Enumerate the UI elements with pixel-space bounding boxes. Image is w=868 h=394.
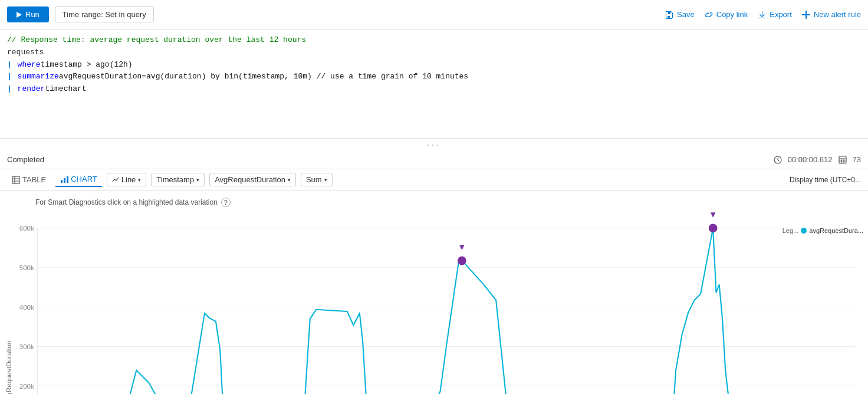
query-comment: // Response time: average request durati… (7, 34, 306, 47)
save-label: Save (677, 10, 695, 19)
query-line2: | where timestamp > ago(12h) (7, 59, 861, 71)
save-icon (665, 10, 674, 19)
time-range-label: Time range: Set in query (63, 10, 146, 19)
sum-label: Sum (306, 175, 322, 184)
chart-area: For Smart Diagnostics click on a highlig… (0, 191, 868, 394)
smart-diag-bar: For Smart Diagnostics click on a highlig… (0, 195, 868, 209)
table-tab[interactable]: TABLE (7, 173, 51, 186)
time-range-button[interactable]: Time range: Set in query (55, 6, 154, 22)
where-keyword: where (18, 59, 41, 71)
sum-dropdown[interactable]: Sum ▾ (301, 173, 333, 186)
display-time: Display time (UTC+0... (790, 176, 861, 184)
line-dropdown[interactable]: Line ▾ (107, 173, 147, 186)
export-label: Export (770, 10, 792, 19)
new-alert-label: New alert rule (814, 10, 861, 19)
status-text: Completed (7, 155, 44, 164)
avg-chevron: ▾ (288, 177, 291, 183)
svg-text:600k: 600k (19, 224, 34, 232)
summarize-rest: avgRequestDuration=avg(duration) by bin(… (59, 71, 468, 83)
toolbar: Run Time range: Set in query Save Copy l… (0, 0, 868, 29)
legend-dot (801, 228, 807, 234)
anomaly-dot-3[interactable] (709, 224, 718, 232)
query-comment-line: // Response time: average request durati… (7, 34, 861, 47)
chart-icon (60, 175, 68, 183)
avg-label: AvgRequestDuration (215, 175, 285, 184)
anomaly-down-arrow-3 (711, 212, 715, 217)
main-content: // Response time: average request durati… (0, 29, 868, 394)
chart-line[interactable] (37, 228, 856, 394)
svg-rect-2 (12, 176, 19, 183)
pipe-2: | (7, 71, 17, 83)
svg-text:300k: 300k (19, 343, 34, 350)
export-icon (757, 10, 767, 19)
anomaly-down-arrow-2 (459, 245, 464, 249)
query-line1: requests (7, 47, 861, 59)
plus-icon (801, 10, 811, 19)
link-icon (704, 10, 714, 19)
table-icon (12, 176, 20, 184)
line-icon (112, 176, 119, 183)
where-rest: timestamp > ago(12h) (41, 59, 133, 71)
resize-handle[interactable]: ··· (0, 139, 868, 150)
line-label: Line (121, 175, 136, 184)
render-keyword: render (18, 83, 45, 96)
render-rest: timechart (45, 83, 86, 96)
svg-text:avgRequestDuration: avgRequestDuration (5, 341, 12, 394)
query-line4: | render timechart (7, 83, 861, 96)
copy-link-label: Copy link (716, 10, 748, 19)
table-tab-label: TABLE (22, 175, 46, 184)
timestamp-label: Timestamp (156, 175, 194, 184)
rows-icon (839, 156, 847, 164)
row-count-value: 73 (853, 155, 861, 164)
sum-chevron: ▾ (324, 177, 327, 183)
copy-link-button[interactable]: Copy link (704, 10, 748, 19)
chart-svg[interactable]: avgRequestDuration 600k 500k 400k 300k 2… (0, 209, 868, 394)
results-bar: Completed 00:00:00.612 73 (0, 150, 868, 169)
query-editor[interactable]: // Response time: average request durati… (0, 29, 868, 139)
results-meta: 00:00:00.612 73 (774, 155, 861, 164)
svg-text:400k: 400k (19, 303, 34, 311)
timestamp-dropdown[interactable]: Timestamp ▾ (151, 173, 205, 186)
save-button[interactable]: Save (665, 10, 695, 19)
smart-diag-text: For Smart Diagnostics click on a highlig… (35, 198, 218, 206)
chart-container[interactable]: Leg... avgRequestDura... avgRequestDurat… (0, 209, 868, 394)
avg-dropdown[interactable]: AvgRequestDuration ▾ (209, 173, 296, 186)
run-button[interactable]: Run (7, 6, 49, 22)
pipe-1: | (7, 59, 17, 71)
legend-label: avgRequestDura... (809, 227, 863, 234)
duration-value: 00:00:00.612 (788, 155, 833, 164)
play-icon (17, 12, 22, 18)
line-chevron: ▾ (138, 177, 141, 183)
pipe-3: | (7, 83, 17, 96)
chart-tab[interactable]: CHART (55, 172, 102, 187)
chart-toolbar: TABLE CHART Line ▾ Timestamp ▾ AvgReques… (0, 169, 868, 191)
svg-text:200k: 200k (19, 382, 34, 389)
export-button[interactable]: Export (757, 10, 792, 19)
chart-tab-label: CHART (71, 175, 97, 183)
query-line3: | summarize avgRequestDuration=avg(durat… (7, 71, 861, 83)
clock-icon (774, 156, 782, 164)
svg-rect-1 (839, 156, 846, 163)
toolbar-actions: Save Copy link Export New alert rule (665, 10, 861, 19)
timestamp-chevron: ▾ (196, 177, 199, 183)
svg-rect-5 (67, 176, 68, 183)
summarize-keyword: summarize (18, 71, 59, 83)
new-alert-button[interactable]: New alert rule (801, 10, 861, 19)
svg-rect-3 (61, 180, 63, 183)
run-label: Run (25, 10, 40, 19)
help-icon[interactable]: ? (221, 198, 231, 207)
svg-rect-4 (64, 178, 65, 183)
query-table: requests (7, 47, 44, 59)
anomaly-dot-2[interactable] (458, 257, 466, 265)
chart-legend: Leg... avgRequestDura... (782, 227, 863, 234)
svg-text:500k: 500k (19, 264, 34, 271)
